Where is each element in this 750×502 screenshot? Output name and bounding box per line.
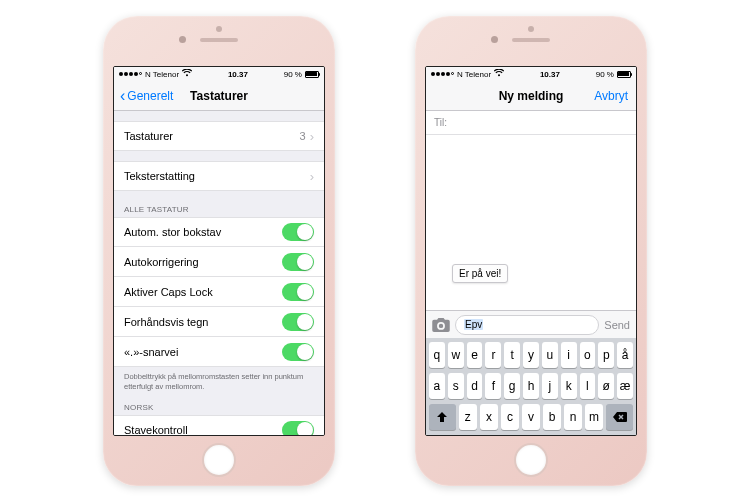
key-å[interactable]: å [617,342,633,368]
key-ø[interactable]: ø [598,373,614,399]
key-o[interactable]: o [580,342,596,368]
key-c[interactable]: c [501,404,519,430]
return-key[interactable]: retur [589,435,633,436]
toggle-row-3[interactable]: Forhåndsvis tegn [114,307,324,337]
to-field[interactable]: Til: [426,111,636,135]
sensor [528,26,534,32]
toggle-row-3-toggle[interactable] [282,313,314,331]
numbers-key[interactable]: 123 [429,435,457,436]
nav-bar: ‹ Generelt Tastaturer [114,81,324,111]
status-bar: N Telenor 10.37 90 % [114,67,324,81]
message-body [426,135,636,310]
message-input-bar: Epv Send [426,310,636,338]
nav-back-label: Generelt [127,89,173,103]
screen-messages: N Telenor 10.37 90 % Ny melding Avbryt T… [425,66,637,436]
toggle-row-0-toggle[interactable] [282,223,314,241]
to-label: Til: [434,117,447,128]
home-button[interactable] [514,443,548,477]
status-bar: N Telenor 10.37 90 % [426,67,636,81]
section-header-lang: NORSK [114,399,324,415]
toggle-row-1[interactable]: Autokorrigering [114,247,324,277]
toggle-row-2-toggle[interactable] [282,283,314,301]
toggle-row-0[interactable]: Autom. stor bokstav [114,217,324,247]
section-header-all: ALLE TASTATUR [114,201,324,217]
battery-pct: 90 % [284,70,302,79]
backspace-key[interactable] [606,404,633,430]
key-l[interactable]: l [580,373,596,399]
message-text-input[interactable]: Epv [455,315,599,335]
key-q[interactable]: q [429,342,445,368]
toggle-row-4-toggle[interactable] [282,343,314,361]
nav-back-button[interactable]: ‹ Generelt [120,88,173,104]
wifi-icon [494,69,504,79]
signal-dots-icon [119,72,142,76]
suggestion-text: Er på vei! [459,268,501,279]
key-k[interactable]: k [561,373,577,399]
toggle-row-0-label: Autom. stor bokstav [124,226,221,238]
clock: 10.37 [228,70,248,79]
iphone-device-left: N Telenor 10.37 90 % ‹ Generelt Tastatur… [103,16,335,486]
cancel-button[interactable]: Avbryt [594,89,628,103]
key-x[interactable]: x [480,404,498,430]
row-text-replacement[interactable]: Teksterstatting › [114,161,324,191]
carrier-label: N Telenor [145,70,179,79]
key-b[interactable]: b [543,404,561,430]
toggle-row-2-label: Aktiver Caps Lock [124,286,213,298]
lang-toggle-row-0[interactable]: Stavekontroll [114,415,324,437]
chevron-right-icon: › [310,129,314,144]
key-æ[interactable]: æ [617,373,633,399]
key-t[interactable]: t [504,342,520,368]
clock: 10.37 [540,70,560,79]
row-keyboards-label: Tastaturer [124,130,173,142]
chevron-left-icon: ‹ [120,88,125,104]
carrier-label: N Telenor [457,70,491,79]
battery-icon [305,71,319,78]
row-text-replacement-label: Teksterstatting [124,170,195,182]
lang-toggle-row-0-toggle[interactable] [282,421,314,437]
row-keyboards[interactable]: Tastaturer 3 › [114,121,324,151]
key-z[interactable]: z [459,404,477,430]
key-v[interactable]: v [522,404,540,430]
key-s[interactable]: s [448,373,464,399]
shift-key[interactable] [429,404,456,430]
key-p[interactable]: p [598,342,614,368]
toggle-row-4-label: «.»-snarvei [124,346,178,358]
earpiece [200,38,238,42]
toggle-row-4[interactable]: «.»-snarvei [114,337,324,367]
key-g[interactable]: g [504,373,520,399]
key-n[interactable]: n [564,404,582,430]
key-r[interactable]: r [485,342,501,368]
key-y[interactable]: y [523,342,539,368]
key-f[interactable]: f [485,373,501,399]
toggle-row-3-label: Forhåndsvis tegn [124,316,208,328]
battery-pct: 90 % [596,70,614,79]
iphone-device-right: N Telenor 10.37 90 % Ny melding Avbryt T… [415,16,647,486]
key-u[interactable]: u [542,342,558,368]
key-d[interactable]: d [467,373,483,399]
toggle-row-1-toggle[interactable] [282,253,314,271]
toggle-row-1-label: Autokorrigering [124,256,199,268]
camera-icon[interactable] [432,318,450,332]
key-h[interactable]: h [523,373,539,399]
dictation-key[interactable] [483,435,503,436]
globe-key[interactable] [460,435,480,436]
on-screen-keyboard: qwertyuiopå asdfghjkløæ zxcvbnm 123 [426,338,636,436]
autocorrect-suggestion[interactable]: Er på vei! [452,264,508,283]
key-j[interactable]: j [542,373,558,399]
space-key[interactable]: mellomrom [506,435,586,436]
key-i[interactable]: i [561,342,577,368]
key-e[interactable]: e [467,342,483,368]
key-a[interactable]: a [429,373,445,399]
battery-icon [617,71,631,78]
front-camera [179,36,186,43]
key-w[interactable]: w [448,342,464,368]
send-button[interactable]: Send [604,319,630,331]
settings-content: Tastaturer 3 › Teksterstatting › ALLE TA… [114,121,324,436]
home-button[interactable] [202,443,236,477]
key-m[interactable]: m [585,404,603,430]
toggle-row-2[interactable]: Aktiver Caps Lock [114,277,324,307]
shortcut-footer-note: Dobbelttrykk på mellomromstasten setter … [114,367,324,397]
sensor [216,26,222,32]
front-camera [491,36,498,43]
typed-text: Epv [464,319,483,330]
